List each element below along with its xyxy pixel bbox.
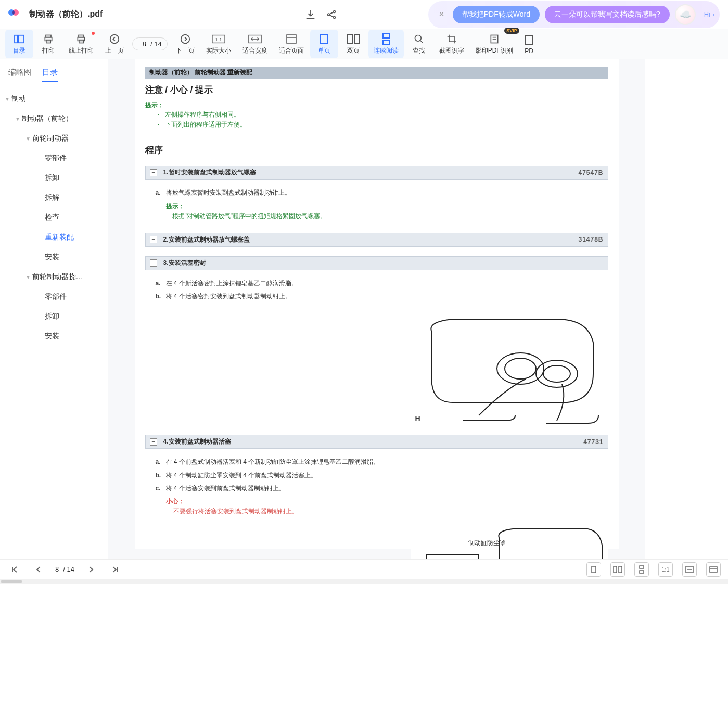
page-input[interactable] [138, 40, 150, 48]
first-page-button[interactable] [7, 562, 22, 577]
view-single-icon[interactable] [586, 562, 601, 577]
next-page-button[interactable] [84, 562, 98, 577]
right-gutter [645, 59, 728, 559]
tree-leaf[interactable]: 安装 [0, 247, 108, 267]
footer-page-current: 8 [55, 565, 59, 573]
page-indicator[interactable]: / 14 [132, 37, 168, 50]
tab-thumbnails[interactable]: 缩略图 [8, 68, 32, 82]
svg-rect-20 [354, 34, 359, 44]
svg-rect-19 [348, 34, 352, 44]
ratio-icon: 1:1 [212, 33, 225, 45]
photo-ocr-button[interactable]: SVIP 影印PDF识别 [470, 30, 518, 58]
fit-page-button[interactable]: 适合页面 [274, 30, 309, 58]
tip-label: 提示： [145, 101, 608, 110]
search-icon [414, 33, 424, 45]
toc-button[interactable]: 目录 [5, 30, 33, 58]
horizontal-scrollbar[interactable] [0, 579, 728, 584]
tree-node-braking[interactable]: ▼制动 [0, 89, 108, 109]
double-page-icon [347, 33, 360, 45]
ai-hi-label[interactable]: Hi › [704, 10, 714, 18]
more-icon [525, 34, 534, 46]
tab-toc[interactable]: 目录 [42, 68, 58, 82]
single-page-button[interactable]: 单页 [310, 30, 338, 58]
svg-point-1 [334, 10, 336, 12]
ai-summary-button[interactable]: 云一朵可以帮我写文档读后感吗? [545, 6, 670, 23]
tree-leaf[interactable]: 拆卸 [0, 168, 108, 188]
ai-suggestion-bar: × 帮我把PDF转成Word 云一朵可以帮我写文档读后感吗? ☁️ Hi › [428, 1, 720, 28]
tree-leaf-reassembly[interactable]: 重新装配 [0, 227, 108, 247]
step-header[interactable]: − 2.安装前盘式制动器放气螺塞盖 31478B [145, 233, 608, 247]
fit-page-footer-icon[interactable] [706, 562, 721, 577]
prev-page-button[interactable]: 上一页 [100, 30, 129, 58]
tree-node-front-brake-flex[interactable]: ▼前轮制动器挠... [0, 267, 108, 287]
tree-leaf[interactable]: 检查 [0, 208, 108, 227]
svg-rect-38 [592, 566, 596, 573]
collapse-icon[interactable]: − [150, 259, 157, 267]
svg-point-23 [415, 35, 421, 42]
screenshot-ocr-button[interactable]: 截图识字 [434, 30, 469, 58]
figure-caliper-seal: H [411, 311, 608, 425]
tree-leaf[interactable]: 安装 [0, 326, 108, 346]
continuous-icon [381, 33, 391, 45]
ai-convert-button[interactable]: 帮我把PDF转成Word [453, 6, 540, 23]
document-viewport[interactable]: 制动器（前轮） 前轮制动器 重新装配 注意 / 小心 / 提示 提示： 左侧操作… [108, 59, 645, 559]
share-icon[interactable] [321, 4, 342, 25]
pdf-page: 制动器（前轮） 前轮制动器 重新装配 注意 / 小心 / 提示 提示： 左侧操作… [135, 59, 619, 549]
svg-point-12 [181, 35, 189, 44]
notification-dot-icon [92, 32, 95, 35]
download-icon[interactable] [300, 4, 321, 25]
search-button[interactable]: 查找 [405, 30, 433, 58]
figure-caliper-piston: 制动缸防尘罩 活塞 锂皂基乙二醇润滑脂 H [411, 523, 608, 559]
svg-point-29 [505, 358, 536, 379]
prev-page-button[interactable] [31, 562, 46, 577]
web-print-button[interactable]: 线上打印 [63, 30, 99, 58]
tree-node-front-brake[interactable]: ▼制动器（前轮） [0, 109, 108, 129]
procedure-heading: 程序 [145, 144, 608, 156]
crop-icon [446, 33, 457, 45]
close-icon[interactable]: × [436, 9, 448, 20]
tree-node-front-wheel-brake[interactable]: ▼前轮制动器 [0, 129, 108, 148]
double-page-button[interactable]: 双页 [339, 30, 367, 58]
svg-rect-22 [383, 40, 389, 44]
tree-leaf[interactable]: 零部件 [0, 287, 108, 307]
tree-leaf[interactable]: 拆解 [0, 188, 108, 208]
chevron-right-icon [180, 33, 191, 45]
print-icon [43, 33, 54, 45]
fit-width-button[interactable]: 适合宽度 [237, 30, 273, 58]
tree-leaf[interactable]: 零部件 [0, 148, 108, 168]
svg-text:1:1: 1:1 [215, 37, 222, 42]
continuous-button[interactable]: 连续阅读 [368, 30, 404, 58]
fit-width-footer-icon[interactable] [682, 562, 697, 577]
single-page-icon [320, 33, 329, 45]
page-breadcrumb: 制动器（前轮） 前轮制动器 重新装配 [145, 67, 608, 79]
pdf-tool-button[interactable]: PD [519, 31, 539, 58]
collapse-icon[interactable]: − [150, 236, 157, 243]
last-page-button[interactable] [108, 562, 122, 577]
svg-point-11 [110, 35, 119, 44]
svg-rect-3 [15, 35, 17, 43]
view-double-icon[interactable] [610, 562, 625, 577]
step-header[interactable]: − 4.安装前盘式制动器活塞 47731 [145, 435, 608, 449]
ai-avatar-icon[interactable]: ☁️ [675, 4, 696, 25]
svg-rect-39 [614, 566, 617, 573]
toc-icon [14, 33, 25, 45]
svg-rect-40 [619, 566, 622, 573]
caret-down-icon: ▼ [24, 136, 32, 142]
view-continuous-icon[interactable] [634, 562, 649, 577]
step-header[interactable]: − 3.安装活塞密封 [145, 256, 608, 270]
next-page-button[interactable]: 下一页 [171, 30, 200, 58]
print-button[interactable]: 打印 [34, 30, 62, 58]
tree-leaf[interactable]: 拆卸 [0, 307, 108, 326]
collapse-icon[interactable]: − [150, 438, 157, 446]
fit-ratio-button[interactable]: 1:1 [658, 562, 673, 577]
actual-size-button[interactable]: 1:1 实际大小 [201, 30, 236, 58]
file-name: 制动器（前轮）.pdf [29, 9, 103, 20]
step-header[interactable]: − 1.暂时安装前盘式制动器放气螺塞 47547B [145, 166, 608, 180]
collapse-icon[interactable]: − [150, 169, 157, 176]
page-total: / 14 [150, 40, 162, 48]
document-scan-icon [489, 33, 500, 45]
tip-list: 左侧操作程序与右侧相同。 下面列出的程序适用于左侧。 [165, 110, 608, 130]
svg-rect-16 [287, 35, 296, 43]
svg-rect-41 [640, 566, 644, 568]
svip-badge: SVIP [504, 28, 519, 34]
